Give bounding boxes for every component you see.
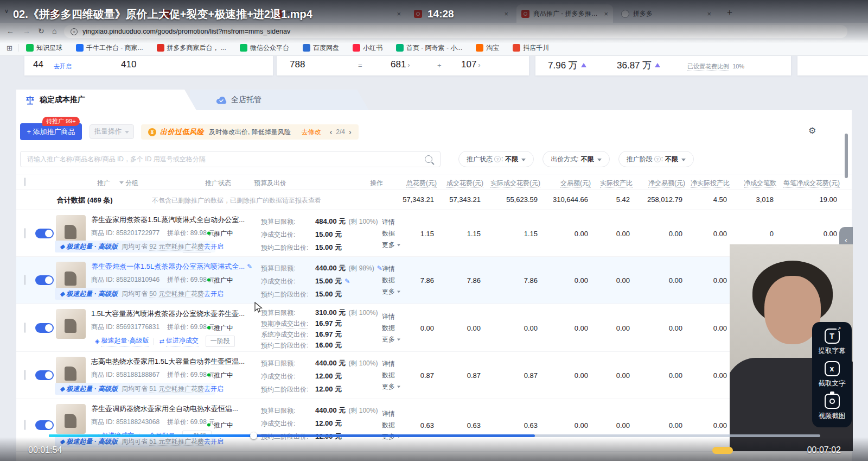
address-bar[interactable]: ≡ yingxiao.pinduoduo.com/goods/promotion… <box>64 25 847 38</box>
column-metric[interactable]: 净实际投产比 <box>691 179 735 190</box>
search-input[interactable] <box>21 155 425 163</box>
column-group[interactable]: 分组 <box>114 179 138 188</box>
video-tool-1[interactable]: T提取字幕 <box>819 329 846 356</box>
row-checkbox[interactable] <box>24 370 25 380</box>
progress-knob[interactable] <box>250 432 257 439</box>
bookmark-item[interactable]: 千牛工作台 - 商家... <box>76 43 143 53</box>
bookmark-item[interactable]: 小红书 <box>353 43 382 53</box>
row-checkbox[interactable] <box>24 229 25 238</box>
sort-icon[interactable] <box>634 182 637 190</box>
banner-enable-link[interactable]: 去开启 <box>204 437 224 446</box>
action-link-detail[interactable]: 详情 <box>382 311 400 322</box>
bookmark-item[interactable]: 微信公众平台 <box>240 43 289 53</box>
promotion-toggle-on[interactable] <box>35 420 54 430</box>
action-link-detail[interactable]: 详情 <box>382 408 400 420</box>
bookmark-item[interactable]: 淘宝 <box>476 43 499 53</box>
home-button-icon[interactable]: ⌂ <box>52 27 56 35</box>
product-title[interactable]: 1.5L大容量蒸汽喷淋煮茶器办公室烧水壶养生壶... <box>91 309 258 319</box>
column-metric[interactable]: 总花费(元) <box>406 179 442 190</box>
browser-tab-active[interactable]: 商品推广 - 拼多多推广平台× <box>516 4 613 23</box>
action-link-more[interactable]: 更多 <box>382 333 400 345</box>
close-tab-icon[interactable]: × <box>604 10 608 17</box>
select-all-checkbox[interactable] <box>24 178 25 186</box>
bookmark-item[interactable]: 抖店千川 <box>513 43 549 53</box>
video-tool-3[interactable]: 视频截图 <box>819 394 846 421</box>
sort-icon[interactable] <box>778 182 781 190</box>
banner-enable-link[interactable]: 去开启 <box>204 289 224 299</box>
scrollbar-thumb[interactable] <box>845 134 848 178</box>
action-link-detail[interactable]: 详情 <box>382 358 400 370</box>
close-tab-icon[interactable]: × <box>707 10 711 17</box>
sort-icon[interactable] <box>438 182 442 190</box>
go-fix-link[interactable]: 去修改 <box>302 128 321 137</box>
promotion-toggle-on[interactable] <box>35 275 54 285</box>
row-checkbox[interactable] <box>24 420 25 430</box>
column-metric[interactable]: 实际投产比 <box>600 179 637 190</box>
action-link-more[interactable]: 更多 <box>382 239 400 250</box>
back-button-icon[interactable]: ← <box>7 27 14 35</box>
tab-full-store-hosting[interactable]: 全店托管 <box>190 90 369 110</box>
sort-icon[interactable] <box>687 182 690 190</box>
promotion-toggle-on[interactable] <box>35 323 54 333</box>
promotion-toggle-on[interactable] <box>35 229 54 238</box>
browser-tab[interactable]: × <box>409 4 513 23</box>
edit-title-icon[interactable]: ✎ <box>247 263 252 270</box>
row-checkbox[interactable] <box>24 323 25 333</box>
column-metric[interactable]: 实际成交花费(元) <box>490 179 545 190</box>
close-tab-icon[interactable]: × <box>504 10 508 17</box>
column-metric[interactable]: 交易额(元) <box>560 179 596 190</box>
sort-icon[interactable] <box>542 182 545 190</box>
filter-pill-1[interactable]: 推广状态?:不限 <box>458 151 534 167</box>
edit-bid-icon[interactable]: ✎ <box>344 277 350 285</box>
next-warning-icon[interactable]: › <box>349 128 352 136</box>
stat-part-b[interactable]: 107› <box>461 59 480 70</box>
filter-pill-3[interactable]: 推广阶段?:不限 <box>618 151 694 167</box>
stat-part-a[interactable]: 681› <box>391 59 410 70</box>
action-link-more[interactable]: 更多 <box>382 286 400 298</box>
banner-enable-link[interactable]: 去开启 <box>204 384 224 394</box>
prev-warning-icon[interactable]: ‹ <box>330 128 333 136</box>
product-title[interactable]: 养生壶调奶器烧水壶家用全自动电热水壶恒温... <box>91 404 258 414</box>
sort-icon[interactable] <box>592 182 596 190</box>
site-info-icon[interactable]: ≡ <box>71 28 78 35</box>
product-title[interactable]: 养生壶家用煮茶器1.5L蒸汽喷淋式全自动办公室... <box>91 215 258 225</box>
product-title[interactable]: 志高电热烧水壶家用1.5L大容量自动养生壶恒温... <box>91 357 258 367</box>
action-link-detail[interactable]: 详情 <box>382 263 400 275</box>
promo-strategy-badge[interactable]: ◈极速起量·高级版 <box>91 336 152 347</box>
badge-icon: ◈ <box>95 338 99 345</box>
table-settings-gear-icon[interactable]: ⚙ <box>808 125 816 136</box>
video-tool-2[interactable]: x截取文字 <box>819 361 846 388</box>
browser-tab[interactable]: 拼多多× <box>616 4 716 23</box>
bookmark-item[interactable]: 首页 - 阿奇索 - 小... <box>396 43 462 53</box>
bookmark-item[interactable]: 拼多多商家后台， ... <box>157 43 226 53</box>
promotion-toggle-on[interactable] <box>35 370 54 380</box>
product-title[interactable]: 养生壶炖煮一体1.5L煮茶器办公室蒸汽喷淋式全...✎ <box>91 262 258 271</box>
promo-strategy-badge[interactable]: ⇄促进净成交 <box>155 336 202 347</box>
sort-icon[interactable] <box>485 182 488 190</box>
column-metric[interactable]: 每笔净成交花费(元) <box>783 179 845 190</box>
video-progress-bar[interactable] <box>49 434 820 437</box>
filter-pill-2[interactable]: 出价方式:不限 <box>542 151 609 167</box>
sort-icon[interactable] <box>731 182 735 190</box>
banner-enable-link[interactable]: 去开启 <box>204 242 224 251</box>
column-metric[interactable]: 成交花费(元) <box>446 179 488 190</box>
row-checkbox[interactable] <box>24 275 25 285</box>
stat-enable-link[interactable]: 去开启 <box>54 62 72 71</box>
column-metric[interactable]: 净交易额(元) <box>648 179 690 190</box>
tab-search-chevron-icon[interactable]: ∨ <box>4 8 9 15</box>
apps-grid-icon[interactable]: ⊞ <box>7 44 12 52</box>
action-link-more[interactable]: 更多 <box>382 381 400 393</box>
batch-operation-button[interactable]: 批量操作 <box>90 124 134 139</box>
search-icon[interactable] <box>425 155 432 163</box>
new-tab-button[interactable]: + <box>727 7 732 18</box>
column-metric[interactable]: 净成交笔数 <box>744 179 781 190</box>
close-tab-icon[interactable]: × <box>397 10 401 17</box>
action-link-detail[interactable]: 详情 <box>382 216 400 228</box>
tab-stable-cost-promotion[interactable]: 稳定成本推广 <box>16 90 196 110</box>
bookmark-item[interactable]: 百度网盘 <box>303 43 339 53</box>
reload-button-icon[interactable]: ↻ <box>38 27 44 35</box>
sort-icon[interactable] <box>841 182 845 190</box>
bookmark-item[interactable]: 知识星球 <box>26 43 62 53</box>
bid-label: 预算日限额: <box>261 264 315 273</box>
forward-button-icon[interactable]: → <box>23 27 30 35</box>
